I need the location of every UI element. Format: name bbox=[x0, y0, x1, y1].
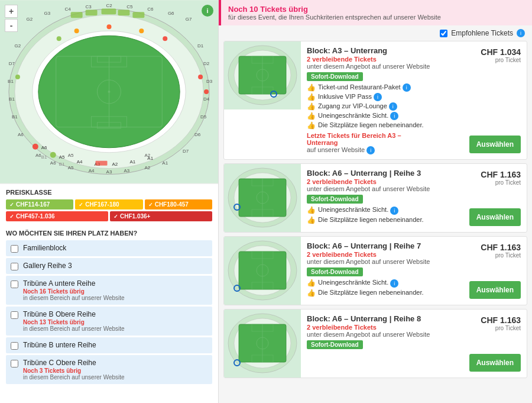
ticket-thumbnail-4 bbox=[224, 309, 301, 378]
feature-text-1d: Uneingeschränkte Sicht. i bbox=[318, 112, 398, 120]
ticket-feature-1b: 👍 Inklusive VIP Pass i bbox=[307, 93, 458, 101]
ticket-block-title-2: Block: A6 – Unterrang | Reihe 3 bbox=[307, 169, 458, 178]
filter-label[interactable]: Empfohlene Tickets bbox=[451, 29, 513, 37]
ticket-source-2: unter diesem Angebot auf unserer Website bbox=[307, 185, 458, 192]
svg-text:G2: G2 bbox=[15, 43, 21, 49]
select-button-4[interactable]: Auswählen bbox=[469, 354, 521, 372]
list-item[interactable]: Tribüne A untere Reihe Noch 16 Tickets ü… bbox=[6, 276, 212, 305]
svg-rect-47 bbox=[102, 8, 116, 14]
ticket-source-3: unter diesem Angebot auf unserer Website bbox=[307, 258, 458, 265]
svg-text:B1: B1 bbox=[41, 154, 47, 160]
list-item[interactable]: Tribüne C Obere Reihe Noch 3 Tickets übr… bbox=[6, 355, 212, 384]
price-tag-1[interactable]: ✓ CHF114-167 bbox=[6, 199, 73, 209]
feature-text-2b: Die Sitzplätze liegen nebeneinander. bbox=[318, 216, 424, 223]
svg-rect-49 bbox=[132, 12, 144, 18]
svg-rect-45 bbox=[71, 12, 83, 18]
wo-item-count-3: Noch 16 Tickets übrig bbox=[23, 288, 85, 295]
filter-info-icon[interactable]: i bbox=[517, 29, 525, 37]
svg-point-54 bbox=[57, 36, 61, 41]
wo-item-label-3: Tribüne A untere Reihe bbox=[23, 279, 207, 288]
seat-dot-3 bbox=[233, 285, 241, 292]
map-info-button[interactable]: i bbox=[202, 5, 213, 17]
price-tag-4[interactable]: ✓ CHF457-1.036 bbox=[6, 211, 108, 221]
list-item[interactable]: Tribüne B Obere Reihe Noch 13 Tickets üb… bbox=[6, 307, 212, 336]
zoom-in-button[interactable]: + bbox=[5, 5, 18, 18]
feature-info-2a[interactable]: i bbox=[390, 207, 398, 215]
warning-info-1[interactable]: i bbox=[366, 146, 375, 154]
svg-text:A3: A3 bbox=[124, 168, 130, 173]
price-tag-2[interactable]: ✓ CHF167-180 bbox=[75, 199, 142, 209]
svg-text:B1: B1 bbox=[12, 114, 18, 120]
familienblock-checkbox[interactable] bbox=[11, 245, 18, 253]
feature-info-3a[interactable]: i bbox=[390, 279, 398, 288]
wo-item-label-1: Familienblock bbox=[23, 244, 207, 252]
wo-item-content-3: Tribüne A untere Reihe Noch 16 Tickets ü… bbox=[23, 279, 207, 301]
feature-text-2a: Uneingeschränkte Sicht. i bbox=[318, 206, 398, 214]
preisklasse-section: PREISKLASSE ✓ CHF114-167 ✓ CHF167-180 ✓ … bbox=[0, 183, 218, 226]
tribune-c-checkbox[interactable] bbox=[11, 360, 18, 367]
price-label-4: CHF457-1.036 bbox=[16, 213, 55, 220]
ticket-remaining-2: 2 verbleibende Tickets bbox=[307, 178, 458, 185]
price-label-2: CHF167-180 bbox=[85, 201, 119, 208]
select-button-3[interactable]: Auswählen bbox=[469, 281, 521, 299]
svg-text:G7: G7 bbox=[186, 17, 192, 22]
svg-text:A2: A2 bbox=[112, 162, 118, 167]
ticket-feature-1a: 👍 Ticket-und Restaurant-Paket i bbox=[307, 83, 458, 92]
tribune-b-untere-checkbox[interactable] bbox=[11, 342, 18, 350]
list-item[interactable]: Gallery Reihe 3 bbox=[6, 258, 212, 274]
svg-point-51 bbox=[107, 24, 112, 29]
feature-info-1c[interactable]: i bbox=[389, 102, 397, 111]
alert-banner: Noch 10 Tickets übrig für dieses Event, … bbox=[219, 0, 532, 25]
svg-text:A3: A3 bbox=[106, 169, 112, 175]
ticket-info-4: Block: A6 – Unterrang | Reihe 8 2 verble… bbox=[301, 309, 463, 378]
check-icon-5: ✓ bbox=[113, 214, 118, 220]
feature-text-3a: Uneingeschränkte Sicht. i bbox=[318, 279, 398, 287]
wo-item-sub-6: Noch 3 Tickets übrig in diesem Bereich a… bbox=[23, 367, 207, 381]
svg-text:A2: A2 bbox=[144, 165, 150, 170]
svg-text:B1: B1 bbox=[9, 96, 15, 102]
price-tag-3[interactable]: ✓ CHF180-457 bbox=[145, 199, 212, 209]
wo-item-label-4: Tribüne B Obere Reihe bbox=[23, 310, 207, 318]
select-button-1[interactable]: Auswählen bbox=[469, 136, 521, 153]
feature-info-1d[interactable]: i bbox=[390, 112, 398, 120]
list-item[interactable]: Tribüne B untere Reihe bbox=[6, 337, 212, 353]
ticket-feature-1d: 👍 Uneingeschränkte Sicht. i bbox=[307, 112, 458, 120]
ticket-price-3: CHF 1.163 bbox=[481, 243, 521, 252]
tribune-a-checkbox[interactable] bbox=[11, 281, 18, 288]
svg-text:A5: A5 bbox=[59, 154, 65, 160]
list-item[interactable]: Familienblock bbox=[6, 240, 212, 256]
svg-text:A4: A4 bbox=[77, 159, 83, 165]
filter-bar: Empfohlene Tickets i bbox=[219, 25, 532, 41]
wo-item-content-2: Gallery Reihe 3 bbox=[23, 262, 207, 270]
empfohlene-checkbox[interactable] bbox=[440, 30, 447, 37]
ticket-source-1: unter diesem Angebot auf unserer Website bbox=[307, 63, 458, 70]
ticket-card: Block: A6 – Unterrang | Reihe 7 2 verble… bbox=[223, 236, 527, 305]
select-button-2[interactable]: Auswählen bbox=[469, 208, 521, 226]
last-tickets-warning-1: Letzte Tickets für Bereich A3 –Unterrang bbox=[307, 132, 458, 146]
price-grid-row1: ✓ CHF114-167 ✓ CHF167-180 ✓ CHF180-457 bbox=[6, 199, 212, 209]
svg-text:G6: G6 bbox=[168, 11, 174, 16]
wo-item-count-4: Noch 13 Tickets übrig bbox=[23, 319, 85, 325]
svg-text:A1: A1 bbox=[129, 159, 135, 165]
ticket-remaining-4: 2 verbleibende Tickets bbox=[307, 324, 458, 331]
svg-point-52 bbox=[139, 28, 144, 33]
right-panel: Noch 10 Tickets übrig für dieses Event, … bbox=[219, 0, 532, 403]
ticket-feature-3a: 👍 Uneingeschränkte Sicht. i bbox=[307, 279, 458, 287]
ticket-source-4: unter diesem Angebot auf unserer Website bbox=[307, 331, 458, 338]
feature-info-1a[interactable]: i bbox=[403, 83, 411, 92]
svg-text:D7: D7 bbox=[183, 149, 189, 154]
feature-text-1b: Inklusive VIP Pass i bbox=[318, 93, 382, 101]
filter-label-text: Empfohlene Tickets bbox=[451, 29, 513, 37]
price-grid-row2: ✓ CHF457-1.036 ✓ CHF1.036+ bbox=[6, 211, 212, 221]
tribune-b-obere-checkbox[interactable] bbox=[11, 311, 18, 319]
feature-info-1b[interactable]: i bbox=[374, 93, 382, 101]
price-label-5: CHF1.036+ bbox=[120, 213, 150, 220]
svg-point-58 bbox=[33, 144, 38, 150]
wo-item-count-6: Noch 3 Tickets übrig bbox=[23, 367, 81, 374]
feature-text-1c: Zugang zur VIP-Lounge i bbox=[318, 102, 397, 111]
ticket-block-title-1: Block: A3 – Unterrang bbox=[307, 46, 458, 55]
ticket-price-label-2: pro Ticket bbox=[481, 179, 521, 186]
zoom-out-button[interactable]: - bbox=[5, 19, 18, 32]
gallery-checkbox[interactable] bbox=[11, 263, 18, 270]
price-tag-5[interactable]: ✓ CHF1.036+ bbox=[110, 211, 212, 221]
